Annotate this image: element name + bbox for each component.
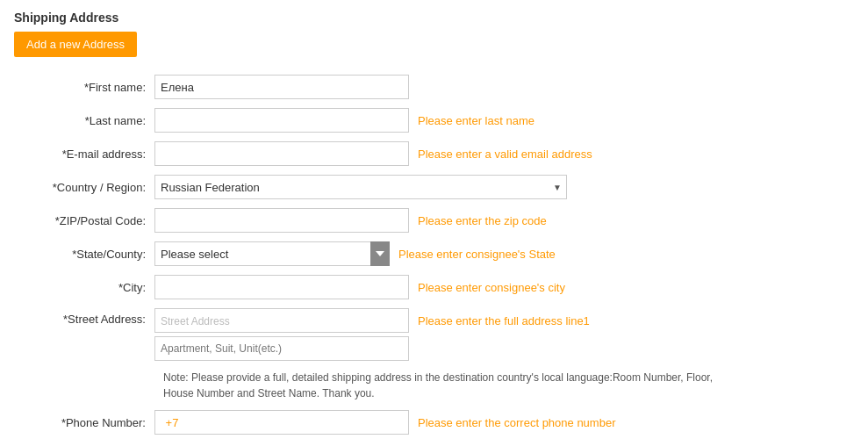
street-main-row: Please enter the full address line1 (154, 308, 590, 333)
street-note: Note: Please provide a full, detailed sh… (163, 370, 725, 401)
zip-label: *ZIP/Postal Code: (32, 214, 154, 227)
country-row: *Country / Region: Russian Federation ▼ (32, 175, 854, 199)
zip-input[interactable] (154, 208, 409, 233)
phone-input[interactable] (185, 410, 409, 435)
country-select[interactable]: Russian Federation (154, 175, 567, 199)
last-name-error: Please enter last name (418, 114, 534, 127)
email-row: *E-mail address: Please enter a valid em… (32, 141, 854, 166)
state-error: Please enter consignee's State (398, 248, 556, 261)
street-address-block: Please enter the full address line1 (154, 308, 590, 361)
city-input[interactable] (154, 275, 409, 299)
state-dropdown-arrow-icon (376, 251, 384, 256)
state-select[interactable]: Please select (154, 241, 390, 266)
email-error: Please enter a valid email address (418, 148, 592, 161)
page-wrapper: Shipping Address Add a new Address *Firs… (0, 0, 868, 439)
state-label: *State/County: (32, 248, 154, 261)
first-name-label: *First name: (32, 81, 154, 94)
city-error: Please enter consignee's city (418, 281, 565, 294)
street-row: *Street Address: Please enter the full a… (32, 308, 854, 361)
street-label: *Street Address: (32, 308, 154, 326)
last-name-row: *Last name: Please enter last name (32, 108, 854, 133)
phone-row: *Phone Number: +7 Please enter the corre… (32, 410, 854, 435)
state-row: *State/County: Please select Please ente… (32, 241, 854, 266)
phone-input-group: +7 (154, 410, 409, 435)
street-input[interactable] (154, 308, 409, 333)
country-label: *Country / Region: (32, 181, 154, 194)
state-select-wrapper: Please select (154, 241, 390, 266)
email-input[interactable] (154, 141, 409, 166)
country-select-wrapper: Russian Federation ▼ (154, 175, 567, 199)
last-name-input[interactable] (154, 108, 409, 133)
zip-row: *ZIP/Postal Code: Please enter the zip c… (32, 208, 854, 233)
phone-error: Please enter the correct phone number (418, 416, 615, 429)
first-name-input[interactable] (154, 75, 409, 99)
zip-error: Please enter the zip code (418, 214, 547, 227)
city-row: *City: Please enter consignee's city (32, 275, 854, 299)
address-form: *First name: *Last name: Please enter la… (32, 75, 854, 439)
page-title: Shipping Address (14, 11, 854, 25)
last-name-label: *Last name: (32, 114, 154, 127)
state-dropdown-button[interactable] (370, 241, 390, 266)
city-label: *City: (32, 281, 154, 294)
phone-prefix: +7 (154, 410, 185, 435)
add-address-button[interactable]: Add a new Address (14, 32, 137, 57)
phone-label: *Phone Number: (32, 416, 154, 429)
apt-input[interactable] (154, 336, 409, 361)
street-error: Please enter the full address line1 (418, 314, 590, 327)
first-name-row: *First name: (32, 75, 854, 99)
email-label: *E-mail address: (32, 148, 154, 161)
